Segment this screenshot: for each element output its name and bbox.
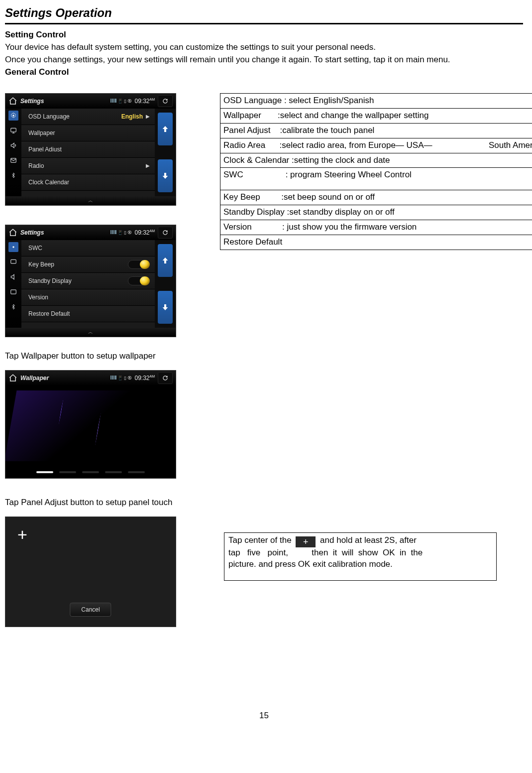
clock: 09:32AM [134, 229, 155, 236]
table-row: OSD Language : select English/Spanish [220, 93, 532, 108]
heading-setting-control: Setting Control [5, 29, 523, 41]
calibration-plus-icon[interactable]: + [17, 526, 27, 543]
scroll-up-button[interactable] [158, 244, 173, 277]
page-number: 15 [5, 711, 523, 721]
list-item[interactable]: Clock Calendar [21, 174, 155, 191]
svg-point-3 [12, 246, 14, 248]
chevron-up-icon: ︿ [88, 329, 93, 336]
tip-text: tap five point, then it will show OK in … [228, 547, 492, 559]
list-item[interactable]: Key Beep [21, 257, 155, 273]
plus-icon: + [296, 536, 316, 547]
back-button[interactable] [158, 227, 173, 239]
heading-general-control: General Control [5, 67, 523, 78]
expand-bar[interactable]: ︿ [5, 328, 176, 337]
envelope-icon[interactable] [8, 287, 18, 297]
scroll-down-button[interactable] [158, 159, 173, 192]
svg-rect-4 [11, 259, 16, 263]
envelope-icon[interactable] [8, 155, 18, 165]
back-button[interactable] [158, 95, 173, 107]
screenshot-panel-adjust: + Cancel [5, 516, 176, 627]
list-item[interactable]: OSD LanguageEnglish▶ [21, 109, 155, 125]
svg-rect-1 [11, 128, 16, 132]
home-icon[interactable] [8, 228, 17, 237]
cancel-button[interactable]: Cancel [70, 603, 111, 617]
bluetooth-icon[interactable] [8, 170, 18, 180]
table-row: Version : just show you the firmware ver… [220, 220, 532, 235]
list-item[interactable]: SWC [21, 240, 155, 257]
toggle[interactable] [128, 276, 150, 285]
page-indicator [5, 471, 176, 473]
caption-wallpaper: Tap Wallpaper button to setup wallpaper [5, 351, 523, 361]
tip-text: Tap center of the [228, 535, 292, 545]
home-icon[interactable] [8, 97, 17, 106]
table-row: Panel Adjust :calibrate the touch panel [220, 123, 532, 138]
caption-panel-adjust: Tap Panel Adjust button to setup panel t… [5, 498, 523, 508]
speaker-icon[interactable] [8, 140, 18, 150]
display-icon[interactable] [8, 257, 18, 267]
bluetooth-icon[interactable] [8, 302, 18, 312]
list-item[interactable]: Version [21, 289, 155, 306]
chevron-right-icon: ▶ [146, 114, 150, 119]
expand-bar[interactable]: ︿ [5, 196, 176, 205]
status-icons: 📱 ▯ ⦿ [110, 99, 132, 104]
list-item[interactable]: Panel Adiust [21, 141, 155, 158]
list-item[interactable]: Standby Display [21, 273, 155, 289]
back-button[interactable] [158, 372, 173, 384]
gear-icon[interactable] [8, 242, 18, 252]
topbar-title: Settings [20, 229, 44, 236]
page-title: Settings Operation [5, 6, 523, 20]
intro-line-2: Once you change settings, your new setti… [5, 54, 523, 66]
svg-rect-5 [11, 290, 16, 294]
divider [5, 23, 523, 24]
wallpaper-preview[interactable] [5, 390, 176, 461]
table-row: Standby Display :set standby display on … [220, 205, 532, 220]
clock: 09:32AM [134, 98, 155, 105]
tip-text: picture. and press OK exit calibration m… [228, 559, 492, 570]
table-row: Radio Area :select radio area, from Euro… [220, 138, 532, 153]
clock: 09:32AM [134, 375, 155, 382]
chevron-right-icon: ▶ [146, 163, 150, 168]
screenshot-settings-1: Settings 📱 ▯ ⦿ 09:32AM OSD LanguageEngli… [5, 93, 176, 206]
table-row: SWC : program Steering Wheel Control [220, 168, 532, 190]
topbar-title: Settings [20, 98, 44, 105]
table-row: Key Beep :set beep sound on or off [220, 190, 532, 205]
intro-line-1: Your device has default system setting, … [5, 42, 523, 53]
list-item[interactable]: Radio▶ [21, 158, 155, 174]
list-item[interactable]: Wallpaper [21, 125, 155, 141]
table-row: Wallpaper :select and change the wallpap… [220, 108, 532, 123]
scroll-down-button[interactable] [158, 291, 173, 324]
screenshot-settings-2: Settings 📱 ▯ ⦿ 09:32AM SWC Key Beep Stan… [5, 225, 176, 337]
calibration-tip: Tap center of the + and hold at least 2S… [224, 532, 497, 581]
svg-point-0 [12, 115, 14, 117]
screenshot-wallpaper: Wallpaper 📱 ▯ ⦿ 09:32AM [5, 370, 176, 479]
home-icon[interactable] [8, 374, 17, 383]
scroll-up-button[interactable] [158, 113, 173, 145]
tip-text: and hold at least 2S, after [320, 535, 417, 545]
list-item[interactable]: Restore Default [21, 306, 155, 322]
settings-description-table: OSD Language : select English/Spanish Wa… [220, 93, 532, 250]
display-icon[interactable] [8, 126, 18, 135]
table-row: Clock & Calendar :setting the clock and … [220, 153, 532, 168]
toggle[interactable] [128, 260, 150, 269]
chevron-up-icon: ︿ [88, 197, 93, 204]
table-row: Restore Default [220, 235, 532, 250]
topbar-title: Wallpaper [20, 375, 49, 382]
speaker-icon[interactable] [8, 272, 18, 282]
status-icons: 📱 ▯ ⦿ [110, 230, 132, 235]
gear-icon[interactable] [8, 111, 18, 121]
status-icons: 📱 ▯ ⦿ [110, 376, 132, 381]
